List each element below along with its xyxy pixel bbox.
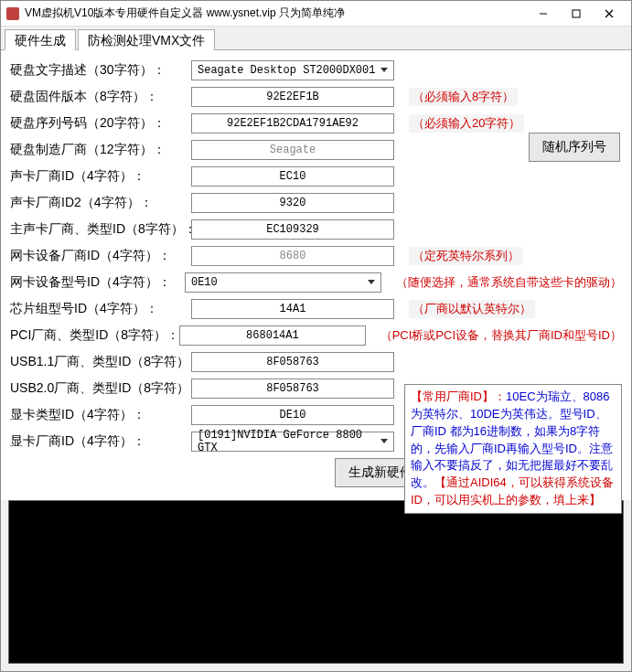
disk-mfr-input[interactable] <box>191 140 394 160</box>
chip-id-input[interactable] <box>191 299 394 319</box>
close-button[interactable] <box>593 4 626 24</box>
hint-nic-did: （随便选择，通常系统自带这些卡的驱动） <box>396 274 622 291</box>
label-usb11: USB1.1厂商、类型ID（8字符）： <box>10 354 191 370</box>
label-chip-id: 芯片组型号ID（4字符）： <box>10 301 191 317</box>
window-title: VM虚拟机V10版本专用硬件自定义器 www.ysnet.vip 只为简单纯净 <box>25 5 527 21</box>
label-snd-vid: 声卡厂商ID（4字符）： <box>10 168 191 185</box>
hint-chip-id: （厂商以默认英特尔） <box>409 300 535 318</box>
label-pci: PCI厂商、类型ID（8字符）： <box>10 327 179 344</box>
hint-nic-vid: （定死英特尔系列） <box>409 247 523 265</box>
usb11-input[interactable] <box>191 352 394 372</box>
label-disk-mfr: 硬盘制造厂商（12字符）： <box>10 142 191 158</box>
tab-bar: 硬件生成 防检测处理VMX文件 <box>1 27 631 50</box>
nic-did-select[interactable]: 0E10 <box>185 272 381 293</box>
app-icon <box>6 7 19 20</box>
hint-disk-sn: （必须输入20字符） <box>409 114 524 133</box>
label-mbd-snd: 主声卡厂商、类型ID（8字符）： <box>10 221 191 238</box>
disk-fw-input[interactable] <box>191 87 394 107</box>
disk-sn-input[interactable] <box>191 113 394 133</box>
hint-disk-fw: （必须输入8字符） <box>409 88 518 106</box>
label-usb20: USB2.0厂商、类型ID（8字符）： <box>10 380 191 397</box>
label-nic-vid: 网卡设备厂商ID（4字符）： <box>10 248 191 264</box>
pci-input[interactable] <box>179 325 366 346</box>
tab-hardware-gen[interactable]: 硬件生成 <box>5 29 76 50</box>
random-sn-button[interactable]: 随机序列号 <box>529 133 620 162</box>
disk-desc-select[interactable]: Seagate Desktop ST2000DX001 <box>191 60 394 80</box>
nic-did-value: 0E10 <box>191 276 218 289</box>
info-heading-2: 【通过AIDI64，可以获得系统设备ID，可以用实机上的参数，填上来】 <box>411 475 614 507</box>
label-disk-desc: 硬盘文字描述（30字符）： <box>10 62 191 79</box>
snd-vid2-input[interactable] <box>191 193 394 213</box>
label-disk-fw: 硬盘固件版本（8字符）： <box>10 89 191 105</box>
nic-vid-input[interactable] <box>191 246 394 266</box>
form-panel: 硬盘文字描述（30字符）： Seagate Desktop ST2000DX00… <box>1 50 631 500</box>
label-disk-sn: 硬盘序列号码（20字符）： <box>10 115 191 132</box>
titlebar: VM虚拟机V10版本专用硬件自定义器 www.ysnet.vip 只为简单纯净 <box>1 1 631 27</box>
label-gpu-type: 显卡类型ID（4字符）： <box>10 407 191 423</box>
gpu-type-input[interactable] <box>191 405 394 425</box>
info-body-1: 10EC为瑞立、8086为英特尔、10DE为英伟达。型号ID、厂商ID 都为16… <box>411 389 613 489</box>
info-heading: 【常用厂商ID】： <box>411 389 506 403</box>
usb20-input[interactable] <box>191 379 394 399</box>
minimize-button[interactable] <box>527 4 560 24</box>
label-snd-vid2: 声卡厂商ID2（4字符）： <box>10 195 191 211</box>
snd-vid-input[interactable] <box>191 166 394 187</box>
maximize-button[interactable] <box>560 4 593 24</box>
info-box: 【常用厂商ID】：10EC为瑞立、8086为英特尔、10DE为英伟达。型号ID、… <box>404 384 622 514</box>
tab-vmx-process[interactable]: 防检测处理VMX文件 <box>78 29 215 50</box>
disk-desc-value: Seagate Desktop ST2000DX001 <box>198 64 375 77</box>
hint-pci: （PCI桥或PCI设备，替换其厂商ID和型号ID） <box>380 327 622 344</box>
svg-rect-1 <box>573 10 580 17</box>
mbd-snd-input[interactable] <box>191 219 394 240</box>
gpu-vid-select[interactable]: [0191]NVIDIA GeForce 8800 GTX <box>191 432 394 452</box>
output-console[interactable] <box>8 500 624 664</box>
label-nic-did: 网卡设备型号ID（4字符）： <box>10 274 185 291</box>
gpu-vid-value: [0191]NVIDIA GeForce 8800 GTX <box>198 429 377 454</box>
label-gpu-vid: 显卡厂商ID（4字符）： <box>10 433 191 450</box>
